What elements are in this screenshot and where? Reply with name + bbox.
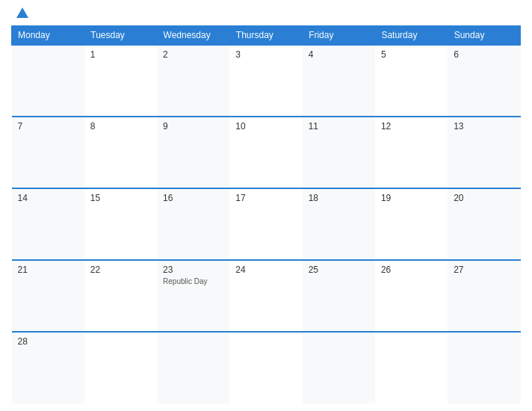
day-cell <box>448 332 520 404</box>
day-number: 3 <box>235 49 296 60</box>
day-cell: 23Republic Day <box>157 260 229 332</box>
day-number: 13 <box>454 121 514 132</box>
day-number: 16 <box>163 193 223 203</box>
calendar-table: MondayTuesdayWednesdayThursdayFridaySatu… <box>11 25 521 404</box>
day-cell: 15 <box>84 188 157 260</box>
day-number: 2 <box>163 49 223 60</box>
logo <box>15 7 28 19</box>
day-cell: 16 <box>157 188 229 260</box>
calendar-container: MondayTuesdayWednesdayThursdayFridaySatu… <box>0 0 532 411</box>
day-cell: 7 <box>12 117 84 188</box>
day-cell: 4 <box>303 45 375 117</box>
day-number: 7 <box>18 121 78 132</box>
day-cell: 14 <box>12 188 84 260</box>
day-cell <box>303 332 375 404</box>
day-header-thursday: Thursday <box>229 26 302 46</box>
day-number: 12 <box>381 121 442 132</box>
week-row-4: 212223Republic Day24252627 <box>12 260 521 332</box>
day-cell <box>84 332 157 404</box>
day-number: 4 <box>309 49 369 60</box>
day-number: 28 <box>18 336 78 347</box>
day-cell: 9 <box>157 117 229 188</box>
day-cell: 18 <box>303 188 375 260</box>
day-number: 24 <box>235 265 296 275</box>
week-row-5: 28 <box>12 332 521 404</box>
day-number: 22 <box>90 265 151 275</box>
day-cell: 3 <box>229 45 302 117</box>
day-cell: 26 <box>375 260 448 332</box>
day-header-saturday: Saturday <box>375 26 448 46</box>
day-cell: 1 <box>84 45 157 117</box>
day-number: 26 <box>381 265 442 275</box>
day-number: 25 <box>309 265 369 275</box>
day-number: 8 <box>90 121 151 132</box>
day-number: 23 <box>163 265 223 275</box>
day-cell: 2 <box>157 45 229 117</box>
days-header-row: MondayTuesdayWednesdayThursdayFridaySatu… <box>12 26 521 46</box>
week-row-1: 123456 <box>12 45 521 117</box>
day-cell: 8 <box>84 117 157 188</box>
week-row-2: 78910111213 <box>12 117 521 188</box>
holiday-label: Republic Day <box>163 277 223 285</box>
day-number: 20 <box>454 193 514 203</box>
day-cell: 22 <box>84 260 157 332</box>
day-cell <box>157 332 229 404</box>
day-number: 17 <box>235 193 296 203</box>
day-cell: 11 <box>303 117 375 188</box>
day-cell: 27 <box>448 260 520 332</box>
day-header-wednesday: Wednesday <box>157 26 229 46</box>
day-cell: 20 <box>448 188 520 260</box>
day-header-monday: Monday <box>12 26 84 46</box>
day-header-tuesday: Tuesday <box>84 26 157 46</box>
day-cell: 21 <box>12 260 84 332</box>
day-cell: 5 <box>375 45 448 117</box>
calendar-header <box>11 7 521 19</box>
day-number: 14 <box>18 193 78 203</box>
day-cell: 24 <box>229 260 302 332</box>
day-cell: 25 <box>303 260 375 332</box>
day-number: 21 <box>18 265 78 275</box>
week-row-3: 14151617181920 <box>12 188 521 260</box>
day-number: 19 <box>381 193 442 203</box>
day-cell <box>229 332 302 404</box>
day-number: 18 <box>309 193 369 203</box>
logo-triangle-icon <box>16 7 28 18</box>
day-header-sunday: Sunday <box>448 26 520 46</box>
day-number: 27 <box>454 265 514 275</box>
day-cell: 10 <box>229 117 302 188</box>
day-cell: 12 <box>375 117 448 188</box>
day-number: 15 <box>90 193 151 203</box>
day-number: 1 <box>90 49 151 60</box>
day-cell <box>12 45 84 117</box>
day-cell: 6 <box>448 45 520 117</box>
day-number: 11 <box>309 121 369 132</box>
day-number: 5 <box>381 49 442 60</box>
day-cell <box>375 332 448 404</box>
day-cell: 17 <box>229 188 302 260</box>
day-cell: 28 <box>12 332 84 404</box>
day-cell: 13 <box>448 117 520 188</box>
day-cell: 19 <box>375 188 448 260</box>
day-header-friday: Friday <box>303 26 375 46</box>
day-number: 10 <box>235 121 296 132</box>
day-number: 9 <box>163 121 223 132</box>
day-number: 6 <box>454 49 514 60</box>
